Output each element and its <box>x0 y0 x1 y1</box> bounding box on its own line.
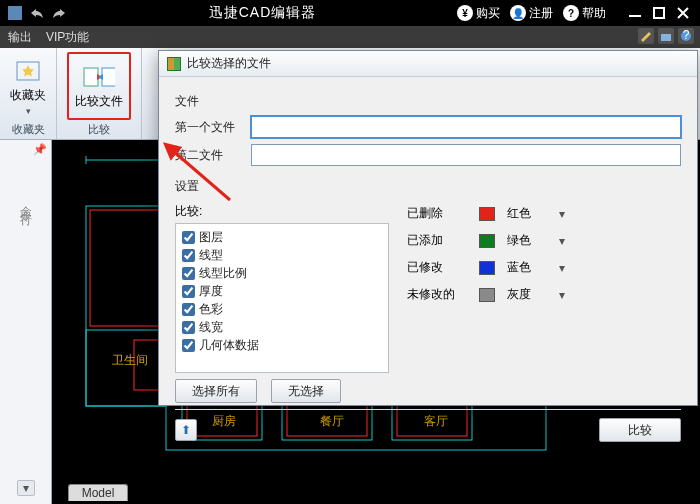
svg-rect-10 <box>86 206 166 406</box>
chevron-down-icon[interactable]: ▾ <box>559 234 565 248</box>
file2-input[interactable] <box>251 144 681 166</box>
compare-option[interactable]: 线宽 <box>182 319 382 336</box>
compare-option[interactable]: 图层 <box>182 229 382 246</box>
chevron-down-icon[interactable]: ▾ <box>17 480 35 496</box>
checkbox[interactable] <box>182 285 195 298</box>
compare-button[interactable]: 比较 <box>599 418 681 442</box>
select-all-button[interactable]: 选择所有 <box>175 379 257 403</box>
dialog-title: 比较选择的文件 <box>159 51 697 77</box>
group-label-favorites: 收藏夹 <box>12 120 45 137</box>
color-label: 未修改的 <box>407 286 467 303</box>
color-swatch[interactable] <box>479 261 495 275</box>
color-row: 未修改的灰度▾ <box>407 286 681 303</box>
chevron-down-icon[interactable]: ▾ <box>559 261 565 275</box>
color-label: 已删除 <box>407 205 467 222</box>
side-panel: 📌 命令行 ▾ <box>0 140 52 504</box>
compare-icon <box>167 57 181 71</box>
svg-rect-16 <box>90 210 162 326</box>
up-arrow-icon[interactable]: ⬆ <box>175 419 197 441</box>
model-tab[interactable]: Model <box>68 484 128 501</box>
checkbox[interactable] <box>182 339 195 352</box>
redo-icon[interactable] <box>50 4 68 22</box>
ribbon-tabs: 输出 VIP功能 ? <box>0 26 700 48</box>
svg-rect-2 <box>654 8 664 18</box>
help-icon: ? <box>563 5 579 21</box>
compare-option[interactable]: 色彩 <box>182 301 382 318</box>
titlebar: 迅捷CAD编辑器 ¥ 购买 👤 注册 ? 帮助 <box>0 0 700 26</box>
undo-icon[interactable] <box>28 4 46 22</box>
star-icon <box>12 57 44 85</box>
compare-options-list: 图层线型线型比例厚度色彩线宽几何体数据 <box>175 223 389 373</box>
buy-link[interactable]: ¥ 购买 <box>457 5 500 22</box>
file2-label: 第二文件 <box>175 147 241 164</box>
checkbox[interactable] <box>182 267 195 280</box>
ribbon-group-compare: 比较文件 比较 <box>57 48 142 139</box>
tab-output[interactable]: 输出 <box>8 29 32 46</box>
chevron-down-icon[interactable]: ▾ <box>559 288 565 302</box>
compare-icon <box>83 63 115 91</box>
checkbox[interactable] <box>182 321 195 334</box>
help-link[interactable]: ? 帮助 <box>563 5 606 22</box>
compare-label: 比较: <box>175 203 389 220</box>
svg-text:?: ? <box>683 30 690 42</box>
compare-option[interactable]: 厚度 <box>182 283 382 300</box>
color-name: 红色 <box>507 205 547 222</box>
pin-icon[interactable]: 📌 <box>33 143 47 156</box>
color-label: 已添加 <box>407 232 467 249</box>
select-none-button[interactable]: 无选择 <box>271 379 341 403</box>
minimize-button[interactable] <box>624 4 646 22</box>
color-swatch[interactable] <box>479 234 495 248</box>
register-link[interactable]: 👤 注册 <box>510 5 553 22</box>
color-name: 灰度 <box>507 286 547 303</box>
checkbox[interactable] <box>182 231 195 244</box>
cart-icon: ¥ <box>457 5 473 21</box>
group-label-compare: 比较 <box>88 120 110 137</box>
quick-access-toolbar <box>6 4 68 22</box>
compare-option[interactable]: 线型 <box>182 247 382 264</box>
svg-rect-1 <box>629 15 641 17</box>
svg-text:卫生间: 卫生间 <box>112 353 148 367</box>
color-row: 已修改蓝色▾ <box>407 259 681 276</box>
app-menu-icon[interactable] <box>6 4 24 22</box>
tab-vip[interactable]: VIP功能 <box>46 29 89 46</box>
window-title: 迅捷CAD编辑器 <box>68 4 457 22</box>
maximize-button[interactable] <box>648 4 670 22</box>
color-swatch[interactable] <box>479 288 495 302</box>
favorites-button[interactable]: 收藏夹 ▾ <box>10 52 46 120</box>
style-icon[interactable] <box>638 28 654 44</box>
checkbox[interactable] <box>182 249 195 262</box>
svg-rect-0 <box>8 6 22 20</box>
compare-files-button[interactable]: 比较文件 <box>67 52 131 120</box>
svg-rect-7 <box>84 68 98 86</box>
compare-dialog: 比较选择的文件 文件 第一个文件 第二文件 设置 比较: 图层线型线型比例厚度色… <box>158 50 698 406</box>
color-row: 已删除红色▾ <box>407 205 681 222</box>
color-swatch[interactable] <box>479 207 495 221</box>
files-section-label: 文件 <box>175 93 681 110</box>
panel-title: 命令行 <box>17 196 34 208</box>
color-name: 蓝色 <box>507 259 547 276</box>
toolbox-icon[interactable] <box>658 28 674 44</box>
svg-rect-3 <box>661 34 671 41</box>
color-row: 已添加绿色▾ <box>407 232 681 249</box>
checkbox[interactable] <box>182 303 195 316</box>
ribbon-group-favorites: 收藏夹 ▾ 收藏夹 <box>0 48 57 139</box>
info-icon[interactable]: ? <box>678 28 694 44</box>
close-button[interactable] <box>672 4 694 22</box>
file1-label: 第一个文件 <box>175 119 241 136</box>
svg-rect-11 <box>86 330 166 406</box>
compare-option[interactable]: 几何体数据 <box>182 337 382 354</box>
file1-input[interactable] <box>251 116 681 138</box>
color-name: 绿色 <box>507 232 547 249</box>
settings-section-label: 设置 <box>175 178 681 195</box>
color-label: 已修改 <box>407 259 467 276</box>
compare-option[interactable]: 线型比例 <box>182 265 382 282</box>
user-icon: 👤 <box>510 5 526 21</box>
svg-rect-8 <box>102 68 115 86</box>
chevron-down-icon[interactable]: ▾ <box>559 207 565 221</box>
